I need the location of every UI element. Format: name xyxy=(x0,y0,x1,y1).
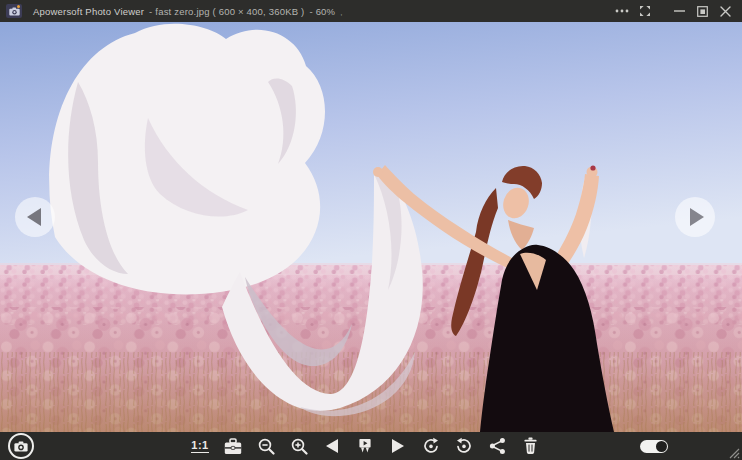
ellipsis-icon xyxy=(615,9,629,13)
resize-grip[interactable] xyxy=(729,448,740,459)
next-photo-button[interactable] xyxy=(675,197,715,237)
zoom-out-icon xyxy=(258,438,275,455)
more-options-button[interactable] xyxy=(610,0,633,22)
briefcase-icon xyxy=(224,438,242,455)
trash-icon xyxy=(522,437,539,455)
rotate-right-button[interactable] xyxy=(454,435,474,457)
toolbar-tools: 1:1 xyxy=(0,432,736,460)
actual-size-button[interactable]: 1:1 xyxy=(190,435,210,457)
file-info: - fast zero.jpg ( 600 × 400, 360KB ) xyxy=(149,6,304,17)
logo-accent-dot xyxy=(17,5,20,8)
next-button[interactable] xyxy=(388,435,408,457)
arrow-left-icon xyxy=(27,208,41,226)
share-icon xyxy=(489,437,506,455)
zoom-level: - 60% xyxy=(309,6,335,17)
actual-size-label: 1:1 xyxy=(191,440,208,453)
app-logo-camera-icon[interactable] xyxy=(6,4,22,18)
maximize-button[interactable] xyxy=(691,0,714,22)
zoom-out-button[interactable] xyxy=(256,435,276,457)
share-button[interactable] xyxy=(487,435,507,457)
maximize-icon xyxy=(697,6,708,17)
window-controls xyxy=(610,0,742,22)
slideshow-button[interactable] xyxy=(355,435,375,457)
zoom-in-icon xyxy=(291,438,308,455)
fullscreen-icon xyxy=(639,5,651,17)
previous-button[interactable] xyxy=(322,435,342,457)
play-triangle-icon xyxy=(391,438,405,454)
fullscreen-button[interactable] xyxy=(633,0,656,22)
rotate-left-icon xyxy=(422,437,440,455)
minimize-icon xyxy=(674,10,685,12)
viewer-mode-toggle[interactable] xyxy=(640,440,668,453)
rotate-right-icon xyxy=(455,437,473,455)
close-icon xyxy=(720,6,731,17)
zoom-dropdown-mark: , xyxy=(340,8,342,19)
previous-photo-button[interactable] xyxy=(15,197,55,237)
titlebar: Apowersoft Photo Viewer - fast zero.jpg … xyxy=(0,0,742,22)
previous-triangle-icon xyxy=(325,438,339,454)
minimize-button[interactable] xyxy=(668,0,691,22)
rotate-left-button[interactable] xyxy=(421,435,441,457)
close-button[interactable] xyxy=(714,0,737,22)
zoom-in-button[interactable] xyxy=(289,435,309,457)
slideshow-banner-icon xyxy=(357,438,373,454)
delete-button[interactable] xyxy=(520,435,540,457)
bottom-toolbar: 1:1 xyxy=(0,432,742,460)
photo xyxy=(0,22,742,432)
window-title: Apowersoft Photo Viewer - fast zero.jpg … xyxy=(33,6,343,17)
photo-canvas[interactable] xyxy=(0,22,742,432)
toggle-knob xyxy=(656,441,667,452)
fit-window-button[interactable] xyxy=(223,435,243,457)
app-name: Apowersoft Photo Viewer xyxy=(33,6,144,17)
arrow-right-icon xyxy=(690,208,704,226)
